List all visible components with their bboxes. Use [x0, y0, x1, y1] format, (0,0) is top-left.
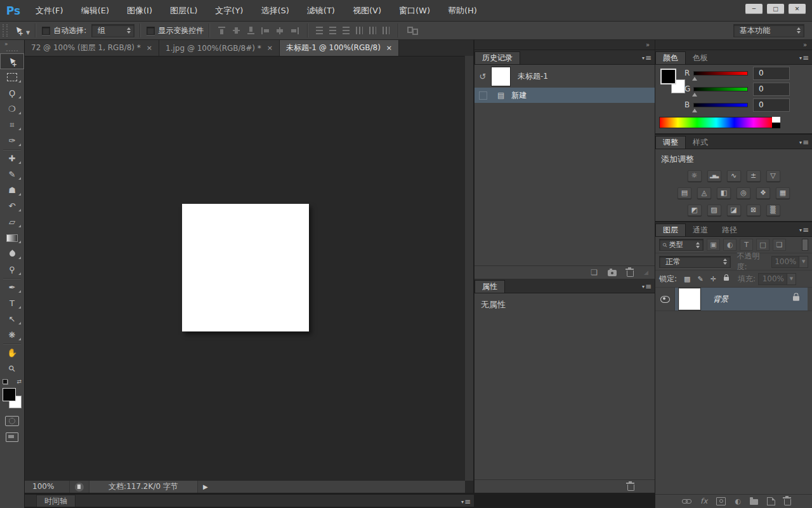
menu-item-window[interactable]: 窗口(W): [390, 0, 439, 21]
distribute-top-edges-button[interactable]: [316, 27, 323, 34]
filter-smart-objects-button[interactable]: ❏: [773, 239, 786, 251]
document-tab-72[interactable]: 72 @ 100% (图层 1, RGB/8) * ×: [25, 40, 159, 56]
vertical-scrollbar[interactable]: [464, 56, 473, 481]
menu-item-select[interactable]: 选择(S): [252, 0, 298, 21]
opacity-value[interactable]: 100%: [771, 256, 800, 268]
tool-eraser[interactable]: ▱: [0, 214, 24, 230]
toolbar-collapse-button[interactable]: »: [0, 40, 24, 48]
tool-rectangular-marquee[interactable]: [0, 69, 24, 85]
properties-panel-menu-button[interactable]: ▾ ≡: [642, 282, 651, 291]
auto-select-dropdown[interactable]: 组: [91, 24, 134, 37]
layer-thumbnail[interactable]: [679, 288, 700, 310]
lock-transparent-pixels-button[interactable]: ▩: [684, 275, 690, 283]
levels-button[interactable]: ▂▅▃: [707, 170, 721, 182]
tool-zoom[interactable]: ⚲: [0, 361, 24, 377]
adjustments-tab[interactable]: 调整: [655, 136, 686, 149]
posterize-button[interactable]: ▨: [707, 204, 721, 216]
foreground-color-swatch[interactable]: [660, 69, 676, 84]
distribute-bottom-edges-button[interactable]: [343, 27, 350, 34]
filter-adjustment-layers-button[interactable]: ◐: [723, 239, 737, 251]
tab-close-icon[interactable]: ×: [267, 44, 273, 52]
status-arrow-button[interactable]: ▶: [198, 483, 213, 490]
history-panel-menu-button[interactable]: ▾ ≡: [642, 53, 651, 62]
resize-grip-icon[interactable]: ◢: [644, 269, 648, 276]
tool-custom-shape[interactable]: ❋: [0, 327, 24, 343]
blend-mode-dropdown[interactable]: 正常: [659, 256, 731, 268]
move-tool-preset-icon[interactable]: ▲ +: [13, 25, 24, 36]
filter-pixel-layers-button[interactable]: ▣: [707, 239, 720, 251]
auto-select-checkbox[interactable]: [42, 27, 50, 35]
exposure-button[interactable]: ±: [747, 170, 761, 182]
add-layer-mask-button[interactable]: [716, 497, 726, 505]
panel-collapse-button[interactable]: »: [475, 40, 655, 50]
new-document-from-state-button[interactable]: ❏: [591, 268, 598, 277]
auto-align-layers-button[interactable]: [407, 27, 418, 35]
maximize-button[interactable]: □: [767, 4, 784, 14]
snapshot-thumbnail[interactable]: [491, 67, 511, 86]
filter-shape-layers-button[interactable]: □: [756, 239, 769, 251]
workspace-switcher-dropdown[interactable]: 基本功能: [733, 24, 804, 37]
menu-item-type[interactable]: 文字(Y): [206, 0, 252, 21]
new-layer-button[interactable]: [767, 497, 775, 505]
tool-pen[interactable]: ✒: [0, 279, 24, 295]
history-state-row[interactable]: ▤ 新建: [475, 88, 655, 103]
timeline-menu-button[interactable]: ▾ ≡: [461, 497, 470, 506]
black-white-shortcut[interactable]: [772, 117, 780, 128]
tool-gradient[interactable]: [0, 230, 24, 246]
blue-slider[interactable]: [693, 103, 748, 107]
document-tab-untitled[interactable]: 未标题-1 @ 100%(RGB/8) ×: [280, 40, 399, 56]
selective-color-button[interactable]: ⊠: [747, 204, 761, 216]
menu-item-view[interactable]: 视图(V): [344, 0, 390, 21]
red-value-input[interactable]: 0: [753, 67, 790, 80]
blue-value-input[interactable]: 0: [753, 98, 790, 112]
menu-item-image[interactable]: 图像(I): [118, 0, 161, 21]
align-left-edges-button[interactable]: [261, 27, 270, 34]
tool-lasso[interactable]: Ϙ: [0, 85, 24, 101]
tool-hand[interactable]: ✋: [0, 345, 24, 361]
toolbar-grip[interactable]: [6, 50, 18, 51]
tool-move[interactable]: ▲+: [0, 53, 24, 69]
opacity-dropdown-button[interactable]: ▼: [799, 256, 808, 268]
history-state-checkbox[interactable]: [479, 91, 487, 100]
align-horizontal-centers-button[interactable]: [276, 27, 284, 34]
properties-delete-button[interactable]: [627, 485, 634, 491]
lock-position-button[interactable]: ✛: [710, 275, 716, 283]
layers-tab[interactable]: 图层: [655, 224, 686, 236]
minimize-button[interactable]: ─: [745, 4, 763, 14]
lock-image-pixels-button[interactable]: ✎: [697, 275, 703, 283]
zoom-level-field[interactable]: 100%: [25, 481, 70, 493]
hue-saturation-button[interactable]: ▤: [678, 187, 691, 199]
new-group-button[interactable]: [750, 499, 758, 505]
curves-button[interactable]: ∿: [727, 170, 741, 182]
canvas-document[interactable]: [182, 204, 309, 331]
green-slider[interactable]: [693, 87, 748, 91]
filter-type-layers-button[interactable]: T: [740, 239, 753, 251]
foreground-color-swatch[interactable]: [3, 388, 16, 401]
tool-blur[interactable]: [0, 246, 24, 262]
quick-mask-button[interactable]: [5, 416, 19, 426]
history-tab[interactable]: 历史记录: [475, 51, 520, 64]
new-adjustment-layer-button[interactable]: ◐: [735, 497, 741, 505]
tool-preset-arrow-icon[interactable]: ▼: [26, 30, 30, 36]
adjustments-panel-menu-button[interactable]: ▾ ≡: [799, 138, 808, 147]
color-panel-menu-button[interactable]: ▾ ≡: [799, 53, 808, 62]
color-lookup-button[interactable]: ▦: [776, 187, 790, 199]
close-button[interactable]: ✕: [789, 4, 806, 14]
invert-button[interactable]: ◩: [688, 204, 702, 216]
layer-style-button[interactable]: fx: [700, 497, 707, 505]
fill-value[interactable]: 100%: [758, 273, 787, 285]
delete-layer-button[interactable]: [784, 499, 791, 505]
document-tab-1jpg[interactable]: 1.jpg @ 100%(RGB/8#) * ×: [159, 40, 280, 56]
tool-clone-stamp[interactable]: ☗: [0, 182, 24, 198]
tool-brush[interactable]: ✎: [0, 166, 24, 182]
styles-tab[interactable]: 样式: [686, 137, 715, 149]
layer-visibility-toggle[interactable]: [655, 288, 675, 311]
swap-colors-icon[interactable]: ⇄: [16, 378, 22, 385]
tool-quick-selection[interactable]: ❍: [0, 101, 24, 117]
tool-dodge[interactable]: ⚲: [0, 262, 24, 277]
gradient-map-button[interactable]: ▒: [766, 204, 780, 216]
layers-panel-menu-button[interactable]: ▾ ≡: [799, 225, 808, 234]
link-layers-button[interactable]: [682, 499, 691, 504]
lock-all-button[interactable]: [724, 277, 729, 281]
tab-close-icon[interactable]: ×: [147, 44, 152, 52]
